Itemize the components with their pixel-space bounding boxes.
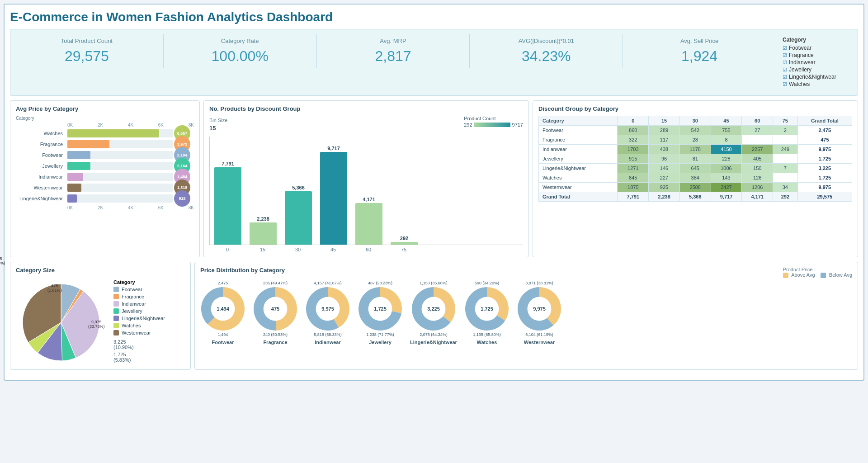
h-bar-track: 3,972: [67, 140, 173, 148]
donut-above-label: 4,157 (41.67%): [314, 281, 342, 285]
donut-svg: 475: [253, 286, 298, 331]
heat-table: Category 0 15 30 45 60 75 Grand Total Fo…: [538, 116, 852, 202]
donut-category-label: Jewellery: [369, 340, 392, 345]
kpi-avg-sell-label: Avg. Sell Price: [632, 38, 767, 44]
donut-below-label: 1,494: [218, 332, 228, 337]
avg-price-chart: Avg Price by Category Category 0K 2K 4K …: [10, 100, 200, 257]
pie-swatch: [113, 323, 119, 328]
h-bar-track: 918: [67, 194, 173, 203]
filter-fragrance[interactable]: ☑ Fragrance: [783, 52, 851, 58]
legend-min: 292: [464, 122, 472, 128]
check-fragrance: ☑: [783, 52, 787, 58]
v-bar-value: 4,171: [363, 197, 375, 202]
h-bar-label: Westernwear: [16, 185, 66, 190]
cell-value: 146: [649, 164, 680, 173]
bin-size-value: 15: [209, 125, 216, 132]
kpi-category-rate-value: 100.00%: [173, 48, 307, 65]
h-bar-label: Watches: [16, 131, 66, 136]
h-bar-row: Jewellery 2,164: [16, 162, 194, 170]
donut-wrapper: 235 (49.47%)475240 (50.53%): [253, 281, 298, 337]
h-bar-track: 8,657: [67, 129, 173, 137]
avg-price-axis-bottom: 0K 2K 4K 6K 8K: [16, 205, 194, 210]
pie-swatch: [113, 308, 119, 314]
cell-grand-total: 9,975: [797, 183, 852, 192]
donut-below-label: 1,238 (71.77%): [366, 332, 394, 337]
pie-container: 475(1.61%) 9,975(33.73%) 9,975(33.73%) C…: [16, 277, 185, 365]
donut-center-label: 9,975: [321, 306, 334, 312]
cell-grand-total: 475: [797, 135, 852, 145]
donut-slice: [487, 287, 509, 321]
pie-swatch: [113, 294, 119, 299]
filter-jewellery-label: Jewellery: [789, 66, 811, 73]
cell-value: 143: [711, 173, 742, 183]
donut-wrapper: 1,150 (35.66%)3,2252,075 (64.34%): [411, 281, 456, 337]
h-bar-row: Footwear 2,194: [16, 151, 194, 159]
donut-wrapper: 590 (34.20%)1,7251,135 (65.80%): [464, 281, 509, 337]
gt-c60: 4,171: [742, 192, 773, 202]
price-dist-panel: Price Distribution by Category Product P…: [194, 262, 858, 370]
row-label-category: Westernwear: [539, 183, 618, 192]
check-lingerie: ☑: [783, 74, 787, 80]
kpi-avg-discount-value: 34.23%: [479, 48, 613, 65]
cell-empty: [742, 135, 773, 145]
cell-value: 96: [649, 154, 680, 164]
kpi-avg-discount: AVG([Discount])*0.01 34.23%: [470, 34, 623, 68]
cell-value: 1271: [618, 164, 649, 173]
filter-indianwear[interactable]: ☑ Indianwear: [783, 59, 851, 66]
donut-item: 235 (49.47%)475240 (50.53%)Fragrance: [253, 281, 298, 345]
h-bar-fill: [67, 173, 83, 181]
cell-empty: [773, 154, 798, 164]
v-bar: [250, 222, 277, 245]
category-size-panel: Category Size 475(1.61%) 9,975(33.73%) 9…: [10, 262, 191, 370]
donut-below-label: 6,104 (61.19%): [525, 332, 553, 337]
donut-wrapper: 3,871 (38.81%)9,9756,104 (61.19%): [517, 281, 562, 337]
price-dist-title: Price Distribution by Category: [200, 267, 285, 274]
discount-category-title: Discount Group by Category: [538, 105, 852, 112]
donut-category-label: Westernwear: [524, 340, 555, 345]
pie-swatch: [113, 330, 119, 335]
cell-value: 542: [679, 126, 711, 135]
donut-above-label: 2,475: [218, 281, 228, 285]
cell-value: 7: [773, 164, 798, 173]
col-grand-total: Grand Total: [797, 116, 852, 126]
filter-footwear[interactable]: ☑ Footwear: [783, 45, 851, 51]
h-bar-row: Fragrance 3,972: [16, 140, 194, 148]
heat-table-body: Footwear 860289542755272 2,475 Fragrance…: [539, 126, 852, 202]
charts-row-2: Category Size 475(1.61%) 9,975(33.73%) 9…: [10, 262, 858, 370]
v-bar-value: 9,717: [327, 146, 340, 151]
donut-below-label: 2,075 (64.34%): [420, 332, 448, 337]
donut-wrapper: 487 (28.23%)1,7251,238 (71.77%): [358, 281, 403, 337]
donut-item: 1,150 (35.66%)3,2252,075 (64.34%)Lingeri…: [410, 281, 457, 345]
gt-total: 29,575: [797, 192, 852, 202]
donut-category-label: Indianwear: [315, 340, 340, 345]
table-row: Indianwear 1703438117841502257249 9,975: [539, 145, 852, 154]
v-bar-group: 292: [391, 146, 418, 245]
v-bar: [355, 203, 382, 245]
kpi-avg-mrp-label: Avg. MRP: [326, 38, 461, 44]
pie-swatch: [113, 316, 119, 321]
filter-watches[interactable]: ☑ Watches: [783, 81, 851, 87]
heat-table-header: Category 0 15 30 45 60 75 Grand Total: [539, 116, 852, 126]
h-bar-fill: [67, 151, 90, 159]
pie-legend-item: Footwear: [113, 287, 165, 292]
h-bar-track: 1,484: [67, 173, 173, 181]
cell-value: 27: [742, 126, 773, 135]
kpi-avg-discount-label: AVG([Discount])*0.01: [479, 38, 613, 44]
cell-grand-total: 3,225: [797, 164, 852, 173]
grand-total-row: Grand Total 7,791 2,238 5,366 9,717 4,17…: [539, 192, 852, 202]
cell-value: 1703: [618, 145, 649, 154]
donut-svg: 9,975: [305, 286, 350, 331]
cell-value: 845: [618, 173, 649, 183]
filter-jewellery[interactable]: ☑ Jewellery: [783, 66, 851, 73]
cell-value: 289: [649, 126, 680, 135]
gt-c75: 292: [773, 192, 798, 202]
h-bar-fill: [67, 184, 81, 192]
filter-fragrance-label: Fragrance: [789, 52, 814, 58]
cell-value: 8: [711, 135, 742, 145]
row-label-category: Watches: [539, 173, 618, 183]
h-bar-fill: [67, 162, 90, 170]
avg-price-axis: 0K 2K 4K 6K 8K: [16, 123, 194, 128]
filter-lingerie[interactable]: ☑ Lingerie&Nightwear: [783, 74, 851, 80]
h-bar-fill: [67, 129, 159, 137]
donut-item: 3,871 (38.81%)9,9756,104 (61.19%)Western…: [517, 281, 562, 345]
